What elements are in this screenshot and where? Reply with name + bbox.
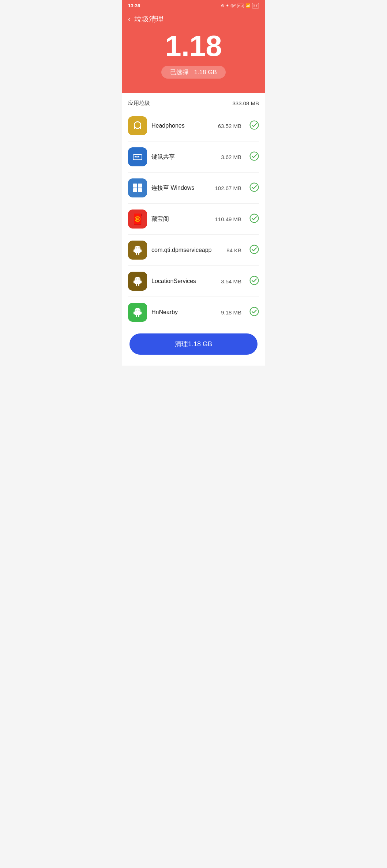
app-icon-windows — [128, 178, 147, 197]
svg-rect-12 — [133, 188, 137, 192]
svg-point-23 — [139, 248, 140, 249]
app-name: HnNearby — [151, 309, 217, 316]
svg-point-31 — [136, 279, 137, 280]
hero-badge: 已选择 1.18 GB — [161, 66, 226, 79]
hero-badge-size: 1.18 GB — [194, 69, 217, 76]
svg-rect-35 — [135, 312, 140, 315]
list-item[interactable]: LocationServices 3.54 MB — [128, 266, 259, 297]
svg-point-41 — [139, 310, 140, 311]
list-item[interactable]: 键鼠共享 3.62 MB — [128, 141, 259, 173]
hero-badge-label: 已选择 — [170, 69, 189, 76]
hero-number: 1.18 — [128, 31, 259, 61]
app-name: LocationServices — [151, 278, 217, 284]
app-icon-headphones — [128, 116, 147, 135]
svg-rect-39 — [138, 315, 139, 317]
app-name: 键鼠共享 — [151, 153, 217, 161]
check-icon[interactable] — [249, 307, 259, 318]
svg-rect-28 — [140, 280, 142, 283]
status-bar: 13:36 ⊙ ✦ ◎² HD 📶 57 — [122, 0, 265, 11]
hd-icon: HD — [237, 4, 244, 8]
svg-rect-7 — [138, 156, 139, 157]
svg-rect-13 — [138, 188, 142, 192]
section-total-size: 333.08 MB — [232, 100, 259, 106]
check-icon[interactable] — [249, 214, 259, 224]
app-list: Headphones 63.52 MB 键鼠共享 3.62 MB — [128, 110, 259, 328]
svg-rect-17 — [135, 249, 140, 253]
status-icons: ⊙ ✦ ◎² HD 📶 57 — [221, 3, 259, 8]
bluetooth-icon: ✦ — [226, 3, 229, 8]
list-item[interactable]: 🧧 藏宝阁 110.49 MB — [128, 204, 259, 235]
svg-point-9 — [250, 152, 259, 161]
list-item[interactable]: com.qti.dpmserviceapp 84 KB — [128, 235, 259, 266]
svg-rect-6 — [136, 156, 138, 157]
app-size: 110.49 MB — [215, 216, 241, 222]
svg-rect-2 — [140, 127, 141, 129]
svg-point-32 — [139, 279, 140, 280]
bottom-area: 清理1.18 GB — [122, 328, 265, 366]
app-size: 3.62 MB — [221, 154, 241, 160]
svg-rect-11 — [138, 184, 142, 188]
app-icon-android-brown2 — [128, 272, 147, 291]
app-icon-keyboard — [128, 147, 147, 166]
svg-rect-1 — [134, 127, 135, 129]
svg-point-24 — [250, 245, 259, 254]
svg-rect-30 — [138, 284, 139, 286]
page-header: ‹ 垃圾清理 — [122, 11, 265, 24]
nfc-icon: ⊙ — [221, 3, 224, 8]
svg-rect-20 — [136, 253, 137, 255]
section-title: 应用垃圾 — [128, 100, 150, 107]
svg-rect-10 — [133, 184, 137, 188]
svg-rect-21 — [138, 253, 139, 255]
svg-rect-8 — [135, 158, 139, 158]
status-time: 13:36 — [128, 3, 140, 8]
svg-point-42 — [250, 307, 259, 316]
list-item[interactable]: HnNearby 9.18 MB — [128, 297, 259, 328]
app-size: 3.54 MB — [221, 278, 241, 284]
svg-rect-36 — [134, 312, 135, 314]
svg-rect-38 — [136, 315, 137, 317]
check-icon[interactable] — [249, 245, 259, 256]
svg-rect-5 — [135, 156, 136, 157]
svg-point-15 — [250, 214, 259, 223]
app-size: 9.18 MB — [221, 309, 241, 316]
svg-rect-18 — [134, 249, 135, 252]
check-icon[interactable] — [249, 151, 259, 162]
svg-point-14 — [250, 183, 259, 192]
app-size: 63.52 MB — [218, 123, 241, 129]
battery-icon: 57 — [252, 3, 259, 8]
svg-point-33 — [250, 276, 259, 285]
svg-point-3 — [250, 121, 259, 129]
svg-rect-27 — [134, 280, 135, 283]
svg-rect-37 — [140, 312, 142, 314]
app-icon-android-brown — [128, 241, 147, 260]
app-name: 连接至 Windows — [151, 184, 210, 192]
app-size: 84 KB — [226, 247, 241, 253]
check-icon[interactable] — [249, 276, 259, 287]
content-area: 应用垃圾 333.08 MB Headphones 63.52 MB — [122, 93, 265, 328]
app-name: com.qti.dpmserviceapp — [151, 247, 222, 253]
svg-rect-26 — [135, 280, 140, 284]
check-icon[interactable] — [249, 120, 259, 131]
app-size: 102.67 MB — [215, 185, 241, 191]
check-icon[interactable] — [249, 182, 259, 193]
section-header: 应用垃圾 333.08 MB — [128, 93, 259, 110]
app-name: Headphones — [151, 122, 214, 129]
app-icon-treasure: 🧧 — [128, 210, 147, 229]
back-button[interactable]: ‹ — [128, 15, 131, 23]
hero-section: 1.18 已选择 1.18 GB — [122, 24, 265, 93]
app-name: 藏宝阁 — [151, 215, 210, 223]
list-item[interactable]: Headphones 63.52 MB — [128, 110, 259, 141]
svg-point-22 — [136, 248, 137, 249]
wifi-icon: ◎² — [230, 3, 236, 8]
list-item[interactable]: 连接至 Windows 102.67 MB — [128, 173, 259, 204]
app-icon-android-green — [128, 303, 147, 322]
clean-button[interactable]: 清理1.18 GB — [129, 333, 258, 355]
svg-point-40 — [136, 310, 137, 311]
svg-rect-4 — [133, 155, 142, 160]
page-title: 垃圾清理 — [134, 14, 164, 24]
svg-rect-19 — [140, 249, 142, 252]
svg-rect-29 — [136, 284, 137, 286]
signal-icon: 📶 — [245, 3, 251, 8]
